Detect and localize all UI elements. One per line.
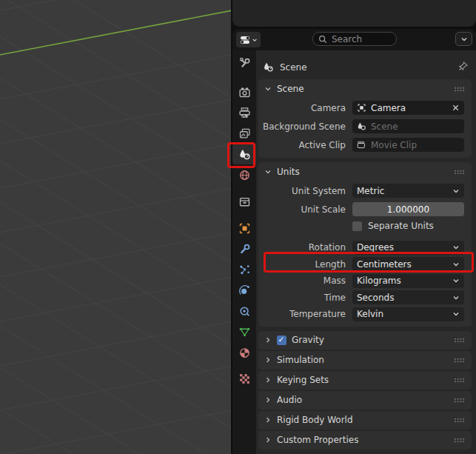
tab-render[interactable] [232,81,256,102]
chevron-down-icon [452,294,460,301]
tool-icon [238,57,251,70]
field-label: Temperature [258,309,346,319]
chevron-down-icon [452,187,460,195]
panel-drag-handle[interactable] [454,87,465,92]
editor-type-button[interactable] [236,32,261,47]
chevron-down-icon [452,310,460,318]
panel-scene: Scene Camera [258,79,472,158]
tab-modifiers[interactable] [232,238,256,259]
panel-keying-sets[interactable]: Keying Sets [258,371,472,390]
camera-field-value: Camera [371,103,406,113]
blender-window: Search [0,0,476,454]
unit-scale-slider[interactable]: 1.000000 [352,202,464,216]
properties-header: Search [232,29,476,50]
checkbox-label: Separate Units [368,221,434,231]
field-label: Mass [258,276,346,286]
panel-drag-handle[interactable] [454,358,465,363]
chevron-collapsed-icon [264,356,272,364]
temperature-dropdown[interactable]: Kelvin [352,307,464,321]
tab-texture[interactable] [232,368,256,389]
properties-content: Scene [256,50,476,454]
texture-icon [238,373,251,385]
tab-collection[interactable] [232,191,256,212]
panel-drag-handle[interactable] [454,170,465,175]
chevron-down-icon [452,261,460,268]
panel-audio[interactable]: Audio [258,391,472,410]
3d-viewport[interactable] [0,0,231,454]
chevron-expanded-icon [264,168,272,176]
panel-title: Gravity [292,335,324,345]
wrench-icon [238,243,251,256]
tab-tool[interactable] [232,53,256,73]
background-scene-placeholder: Scene [371,121,398,132]
tab-object-data[interactable] [232,321,256,342]
scene-icon [263,61,274,73]
scene-icon [357,121,366,131]
properties-tab-column [232,50,256,454]
field-label: Active Clip [258,140,346,150]
panel-custom-properties[interactable]: Custom Properties [258,431,472,450]
length-dropdown[interactable]: Centimeters [352,257,464,271]
search-icon [318,35,327,44]
properties-editor-icon [240,35,251,45]
chevron-collapsed-icon [264,336,272,344]
time-dropdown[interactable]: Seconds [352,290,464,304]
tab-view-layer[interactable] [232,123,256,144]
panel-title: Scene [277,84,304,94]
chevron-collapsed-icon [264,376,272,384]
breadcrumb-label: Scene [280,62,307,73]
outliner-editor-bottom [232,0,476,27]
gravity-checkbox[interactable] [277,336,286,345]
unit-system-dropdown[interactable]: Metric [352,184,464,198]
right-editors: Search [231,0,476,454]
separate-units-checkbox[interactable] [352,221,362,231]
tab-particles[interactable] [232,259,256,280]
view-layer-icon [238,127,251,140]
mass-dropdown[interactable]: Kilograms [352,274,464,288]
panel-simulation[interactable]: Simulation [258,351,472,370]
chevron-down-icon [452,244,460,251]
clear-icon[interactable] [452,104,460,112]
tab-output[interactable] [232,102,256,123]
active-clip-field[interactable]: Movie Clip [352,138,464,152]
header-dropdown-button[interactable] [455,32,472,46]
panel-title: Audio [277,395,302,405]
pin-icon[interactable] [457,61,469,74]
tab-scene[interactable] [232,144,256,164]
field-label: Background Scene [258,121,346,132]
panel-drag-handle[interactable] [454,378,465,383]
camera-field[interactable]: Camera [352,101,464,115]
tab-world[interactable] [232,164,256,185]
dropdown-value: Metric [357,186,384,196]
panel-drag-handle[interactable] [454,338,465,343]
panel-units-header[interactable]: Units [258,162,472,181]
chevron-expanded-icon [264,85,272,93]
tab-physics[interactable] [232,280,256,301]
panel-drag-handle[interactable] [454,398,465,403]
dropdown-value: Seconds [357,293,394,303]
panel-scene-header[interactable]: Scene [258,79,472,99]
slider-value: 1.000000 [387,204,429,215]
particles-icon [238,264,251,276]
tab-material[interactable] [232,342,256,363]
tab-constraints[interactable] [232,301,256,321]
panel-gravity[interactable]: Gravity [258,331,472,350]
viewport-grid [0,0,231,454]
properties-editor: Search [232,29,476,454]
tab-object[interactable] [232,218,256,238]
breadcrumb: Scene [256,50,476,79]
dropdown-value: Kelvin [357,309,383,319]
search-input[interactable]: Search [312,32,397,46]
physics-icon [238,284,251,297]
scene-icon [238,148,251,161]
panel-units: Units Unit System Metric Unit Scale [258,162,472,327]
panel-drag-handle[interactable] [454,418,465,423]
rotation-dropdown[interactable]: Degrees [352,241,464,255]
panel-rigid-body-world[interactable]: Rigid Body World [258,411,472,430]
field-label: Length [258,259,346,270]
chevron-collapsed-icon [264,416,272,424]
collection-icon [238,196,251,208]
background-scene-field[interactable]: Scene [352,119,464,133]
world-icon [238,169,251,181]
panel-drag-handle[interactable] [454,438,465,443]
